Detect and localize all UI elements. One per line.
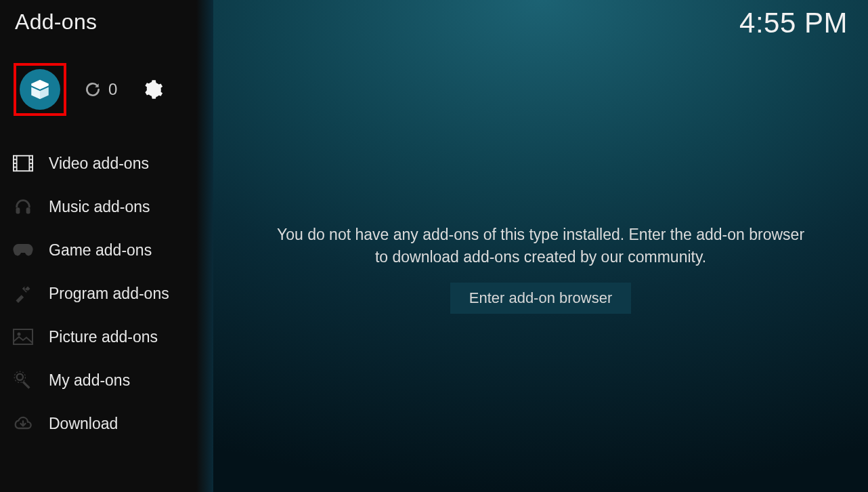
sidebar-item-label: My add-ons [49, 371, 130, 390]
sidebar-item-game-addons[interactable]: Game add-ons [0, 228, 213, 272]
refresh-count: 0 [108, 80, 117, 99]
sidebar-toolbar: 0 [0, 35, 213, 142]
gamepad-icon [12, 239, 34, 261]
film-icon [12, 152, 34, 174]
svg-rect-10 [26, 207, 30, 213]
empty-state: You do not have any add-ons of this type… [213, 224, 868, 314]
sidebar-item-label: Program add-ons [49, 285, 169, 303]
svg-rect-9 [16, 207, 20, 213]
sidebar-item-my-addons[interactable]: My add-ons [0, 358, 213, 402]
sidebar-item-download[interactable]: Download [0, 402, 213, 445]
sidebar-item-picture-addons[interactable]: Picture add-ons [0, 315, 213, 358]
sidebar: Add-ons 0 [0, 0, 213, 492]
page-title: Add-ons [0, 9, 213, 35]
headphones-icon [12, 196, 34, 218]
open-box-icon [28, 78, 51, 101]
download-icon [12, 413, 34, 434]
highlight-box [14, 63, 66, 116]
refresh-icon [84, 81, 102, 98]
sidebar-item-label: Download [49, 415, 118, 433]
gear-wrench-icon [12, 369, 34, 391]
svg-point-12 [18, 333, 21, 336]
sidebar-item-label: Picture add-ons [49, 328, 158, 346]
empty-message: You do not have any add-ons of this type… [274, 224, 807, 269]
gear-icon [143, 79, 163, 100]
tools-icon [12, 283, 34, 304]
sidebar-item-label: Video add-ons [49, 155, 149, 173]
sidebar-item-label: Game add-ons [49, 241, 152, 260]
refresh-group[interactable]: 0 [84, 80, 117, 99]
sidebar-item-program-addons[interactable]: Program add-ons [0, 272, 213, 315]
picture-icon [12, 326, 34, 348]
sidebar-menu: Video add-ons Music add-ons Game add-ons [0, 142, 213, 445]
main-content: 4:55 PM You do not have any add-ons of t… [213, 0, 868, 492]
sidebar-item-music-addons[interactable]: Music add-ons [0, 185, 213, 228]
sidebar-item-label: Music add-ons [49, 198, 150, 216]
clock: 4:55 PM [739, 7, 848, 39]
settings-button[interactable] [143, 79, 163, 100]
svg-point-13 [17, 374, 23, 380]
svg-rect-11 [14, 329, 32, 344]
sidebar-item-video-addons[interactable]: Video add-ons [0, 142, 213, 185]
enter-addon-browser-button[interactable]: Enter add-on browser [450, 283, 632, 314]
package-button[interactable] [20, 69, 60, 110]
